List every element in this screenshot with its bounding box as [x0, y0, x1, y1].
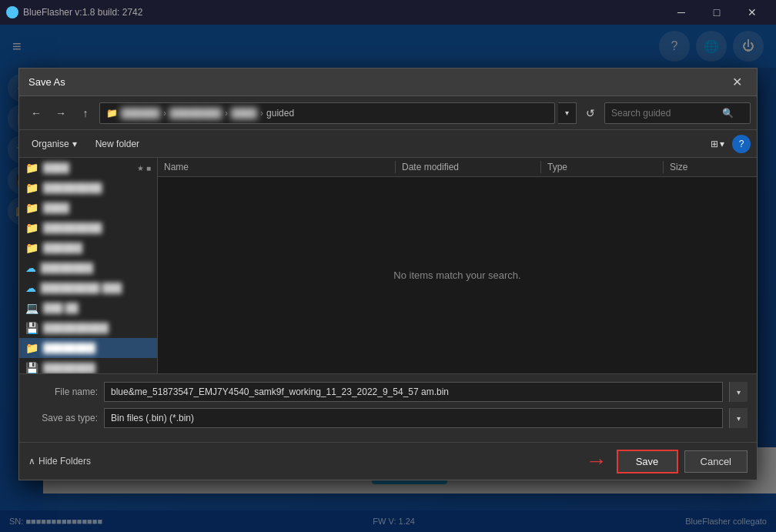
cancel-button[interactable]: Cancel — [684, 450, 748, 473]
organise-button[interactable]: Organise ▾ — [25, 136, 83, 152]
browser-area: 📁 ████ ★ ■ 📁 █████████ 📁 ████ 📁 ████████… — [19, 158, 757, 373]
breadcrumb-part-4: guided — [266, 108, 294, 119]
new-folder-button[interactable]: New folder — [89, 136, 146, 152]
folder-icon-4: 📁 — [25, 222, 38, 234]
breadcrumb-sep-2: › — [225, 108, 228, 119]
toolbar-right: ⊞ ▾ ? — [706, 135, 751, 153]
savetype-label: Save as type: — [28, 413, 98, 423]
folder-icon-5: 📁 — [25, 242, 38, 254]
hide-folders-icon: ∧ — [28, 456, 35, 467]
maximize-button[interactable]: □ — [699, 0, 734, 25]
savetype-input-wrapper — [104, 408, 723, 428]
folder-icon-2: 📁 — [25, 182, 38, 194]
filename-input-wrapper — [104, 382, 723, 402]
hide-folders-button[interactable]: ∧ Hide Folders — [28, 456, 91, 467]
folder-item-3[interactable]: 📁 ████ — [19, 198, 157, 218]
col-date-header[interactable]: Date modified — [402, 162, 540, 172]
col-sep-2 — [540, 161, 541, 173]
breadcrumb-part-3: ████ — [231, 108, 257, 119]
folder-item-10[interactable]: 📁 ████████ — [19, 338, 157, 358]
dialog-titlebar: Save As ✕ — [19, 69, 757, 96]
toolbar-help-button[interactable]: ? — [732, 135, 751, 153]
breadcrumb-sep-3: › — [260, 108, 263, 119]
folder-icon-1: 📁 — [25, 162, 38, 174]
filename-label: File name: — [28, 386, 98, 397]
title-bar: BlueFlasher v:1.8 build: 2742 ─ □ ✕ — [0, 0, 776, 25]
savetype-row: Save as type: ▾ — [28, 408, 748, 428]
up-button[interactable]: ↑ — [75, 102, 96, 124]
folder-item-9[interactable]: 💾 ██████████ — [19, 318, 157, 338]
save-button[interactable]: Save — [617, 450, 678, 473]
refresh-button[interactable]: ↺ — [580, 102, 601, 124]
close-button[interactable]: ✕ — [734, 0, 770, 25]
folder-icon-7: ☁ — [25, 282, 36, 294]
folder-item-1[interactable]: 📁 ████ ★ ■ — [19, 158, 157, 178]
folder-icon-9: 💾 — [25, 322, 38, 334]
search-box: 🔍 — [604, 102, 751, 124]
breadcrumb-dropdown-button[interactable]: ▾ — [558, 102, 577, 124]
nav-bar: ← → ↑ 📁 ██████ › ████████ › ████ › guide… — [19, 96, 757, 130]
view-button[interactable]: ⊞ ▾ — [706, 136, 729, 152]
breadcrumb-folder-icon: 📁 — [106, 108, 118, 119]
app-title: BlueFlasher v:1.8 build: 2742 — [23, 7, 142, 18]
forward-button[interactable]: → — [50, 102, 72, 124]
folder-icon-6: ☁ — [25, 262, 36, 274]
folder-name-7: █████████ ███ — [41, 283, 122, 293]
hide-folders-label: Hide Folders — [38, 456, 91, 467]
save-as-dialog: Save As ✕ ← → ↑ 📁 ██████ › ████████ › ██… — [18, 68, 758, 480]
title-bar-left: BlueFlasher v:1.8 build: 2742 — [6, 6, 142, 18]
search-input[interactable] — [611, 108, 719, 119]
dialog-close-button[interactable]: ✕ — [726, 72, 748, 93]
folder-name-4: █████████ — [43, 223, 102, 233]
folder-name-5: ██████ — [43, 243, 82, 253]
folder-item-4[interactable]: 📁 █████████ — [19, 218, 157, 238]
view-icon: ⊞ — [711, 139, 718, 149]
folder-item-5[interactable]: 📁 ██████ — [19, 238, 157, 258]
filename-row: File name: ▾ — [28, 382, 748, 402]
bottom-fields: File name: ▾ Save as type: ▾ — [19, 373, 757, 442]
empty-message: No items match your search. — [393, 269, 520, 281]
folder-name-8: ███ ██ — [43, 303, 79, 313]
back-button[interactable]: ← — [25, 102, 47, 124]
col-size-header[interactable]: Size — [670, 162, 751, 172]
folder-name-9: ██████████ — [43, 323, 109, 333]
savetype-dropdown-button[interactable]: ▾ — [729, 408, 748, 428]
view-arrow-icon: ▾ — [720, 139, 724, 149]
breadcrumb-part-2: ████████ — [169, 108, 222, 119]
toolbar: Organise ▾ New folder ⊞ ▾ ? — [19, 130, 757, 158]
folder-name-6: ████████ — [41, 263, 93, 273]
folder-name-11: ████████ — [43, 363, 95, 373]
organise-label: Organise — [32, 139, 69, 149]
folder-icon-3: 📁 — [25, 202, 38, 214]
dialog-overlay: Save As ✕ ← → ↑ 📁 ██████ › ████████ › ██… — [0, 25, 776, 532]
app-icon — [6, 6, 18, 18]
folder-name-2: █████████ — [43, 182, 102, 193]
organise-arrow-icon: ▾ — [72, 139, 77, 149]
filename-input[interactable] — [111, 386, 716, 397]
folder-item-8[interactable]: 💻 ███ ██ — [19, 298, 157, 318]
folder-icon-8: 💻 — [25, 302, 38, 314]
folder-item-2[interactable]: 📁 █████████ — [19, 178, 157, 198]
new-folder-label: New folder — [95, 139, 139, 149]
empty-area: No items match your search. — [158, 177, 757, 373]
savetype-input — [111, 413, 716, 423]
folder-item-7[interactable]: ☁ █████████ ███ — [19, 278, 157, 298]
col-sep-1 — [395, 161, 396, 173]
dialog-title: Save As — [28, 76, 65, 88]
folder-name-3: ████ — [43, 202, 69, 213]
folder-icon-10: 📁 — [25, 342, 38, 354]
folder-icon-11: 💾 — [25, 362, 38, 373]
breadcrumb-sep-1: › — [163, 108, 166, 119]
left-panel: 📁 ████ ★ ■ 📁 █████████ 📁 ████ 📁 ████████… — [19, 158, 158, 373]
folder-item-11[interactable]: 💾 ████████ — [19, 358, 157, 373]
col-type-header[interactable]: Type — [547, 162, 663, 172]
col-name-header[interactable]: Name — [164, 162, 395, 172]
folder-name-1: ████ — [43, 162, 69, 173]
filename-dropdown-button[interactable]: ▾ — [729, 382, 748, 402]
dialog-actions: ∧ Hide Folders → Save Cancel — [19, 442, 757, 480]
folder-item-6[interactable]: ☁ ████████ — [19, 258, 157, 278]
folder-name-10: ████████ — [43, 343, 95, 353]
col-sep-3 — [663, 161, 664, 173]
minimize-button[interactable]: ─ — [664, 0, 699, 25]
search-icon: 🔍 — [722, 108, 734, 119]
